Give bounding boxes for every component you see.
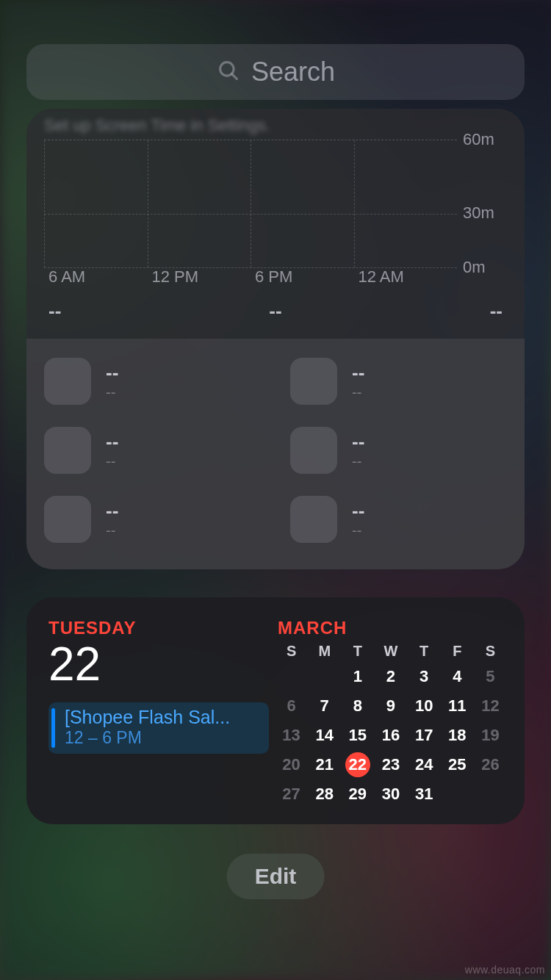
- app-icon: [290, 427, 337, 474]
- calendar-day-cell: 30: [374, 782, 407, 807]
- app-icon: [290, 496, 337, 543]
- calendar-dow: S: [474, 643, 507, 660]
- screentime-chart: 60m 30m 0m: [44, 140, 507, 287]
- svg-line-1: [231, 74, 237, 79]
- calendar-day-cell: 18: [441, 723, 474, 748]
- calendar-dow: S: [275, 643, 308, 660]
- calendar-day-cell: 7: [308, 693, 341, 718]
- screentime-widget[interactable]: Set up Screen Time in Settings. 60m 30m …: [26, 109, 525, 569]
- calendar-day-cell: 24: [408, 752, 441, 777]
- calendar-day-cell: 11: [441, 693, 474, 718]
- calendar-event[interactable]: [Shopee Flash Sal... 12 – 6 PM: [48, 702, 269, 754]
- calendar-day-cell: 9: [374, 693, 407, 718]
- calendar-day-cell: 14: [308, 723, 341, 748]
- calendar-day-cell: 13: [275, 723, 308, 748]
- calendar-day-cell: 12: [474, 693, 507, 718]
- app-icon: [44, 358, 91, 405]
- calendar-dow: F: [441, 643, 474, 660]
- event-time: 12 – 6 PM: [65, 728, 262, 748]
- calendar-day-cell: 21: [308, 752, 341, 777]
- calendar-day-cell: 4: [441, 664, 474, 689]
- calendar-day-cell: 27: [275, 782, 308, 807]
- calendar-day-cell: 16: [374, 723, 407, 748]
- edit-button[interactable]: Edit: [227, 854, 325, 899]
- calendar-dow: W: [374, 643, 407, 660]
- calendar-dow: T: [408, 643, 441, 660]
- app-row: ----: [290, 496, 507, 543]
- calendar-day-number: 22: [48, 640, 269, 689]
- calendar-day-cell: [275, 664, 308, 689]
- calendar-dow: T: [341, 643, 374, 660]
- calendar-day-cell: 22: [341, 752, 374, 777]
- calendar-day-cell: 20: [275, 752, 308, 777]
- y-label: 60m: [463, 130, 494, 149]
- calendar-day-cell: 5: [474, 664, 507, 689]
- app-row: ----: [44, 496, 261, 543]
- calendar-day-cell: 31: [408, 782, 441, 807]
- app-icon: [290, 358, 337, 405]
- calendar-day-cell: [474, 782, 507, 807]
- app-icon: [44, 496, 91, 543]
- calendar-day-cell: [441, 782, 474, 807]
- y-label: 0m: [463, 258, 486, 277]
- screentime-app-list: ---- ---- ---- ---- ---- ----: [26, 339, 525, 569]
- screentime-summary: -- -- --: [44, 287, 507, 330]
- calendar-day-cell: 25: [441, 752, 474, 777]
- calendar-day-cell: 15: [341, 723, 374, 748]
- calendar-day-cell: 17: [408, 723, 441, 748]
- app-row: ----: [44, 358, 261, 405]
- calendar-month: MARCH: [275, 618, 507, 638]
- calendar-day-cell: 10: [408, 693, 441, 718]
- screentime-hint: Set up Screen Time in Settings.: [44, 116, 507, 135]
- calendar-day-cell: 3: [408, 664, 441, 689]
- search-placeholder: Search: [251, 57, 335, 87]
- calendar-dow: M: [308, 643, 341, 660]
- watermark: www.deuaq.com: [465, 964, 545, 976]
- app-icon: [44, 427, 91, 474]
- calendar-day-cell: 23: [374, 752, 407, 777]
- calendar-grid: SMTWTFS123456789101112131415161718192021…: [275, 643, 507, 807]
- search-icon: [216, 58, 241, 86]
- calendar-day-cell: 26: [474, 752, 507, 777]
- app-row: ----: [290, 427, 507, 474]
- calendar-day-cell: 2: [374, 664, 407, 689]
- calendar-day-cell: 19: [474, 723, 507, 748]
- app-row: ----: [44, 427, 261, 474]
- calendar-widget[interactable]: TUESDAY 22 [Shopee Flash Sal... 12 – 6 P…: [26, 597, 525, 824]
- calendar-day-cell: 8: [341, 693, 374, 718]
- calendar-day-cell: 28: [308, 782, 341, 807]
- calendar-day-name: TUESDAY: [48, 618, 269, 638]
- y-label: 30m: [463, 203, 494, 223]
- calendar-day-cell: 6: [275, 693, 308, 718]
- calendar-day-cell: [308, 664, 341, 689]
- app-row: ----: [290, 358, 507, 405]
- calendar-day-cell: 1: [341, 664, 374, 689]
- search-bar[interactable]: Search: [26, 44, 525, 100]
- calendar-day-cell: 29: [341, 782, 374, 807]
- event-title: [Shopee Flash Sal...: [65, 707, 262, 728]
